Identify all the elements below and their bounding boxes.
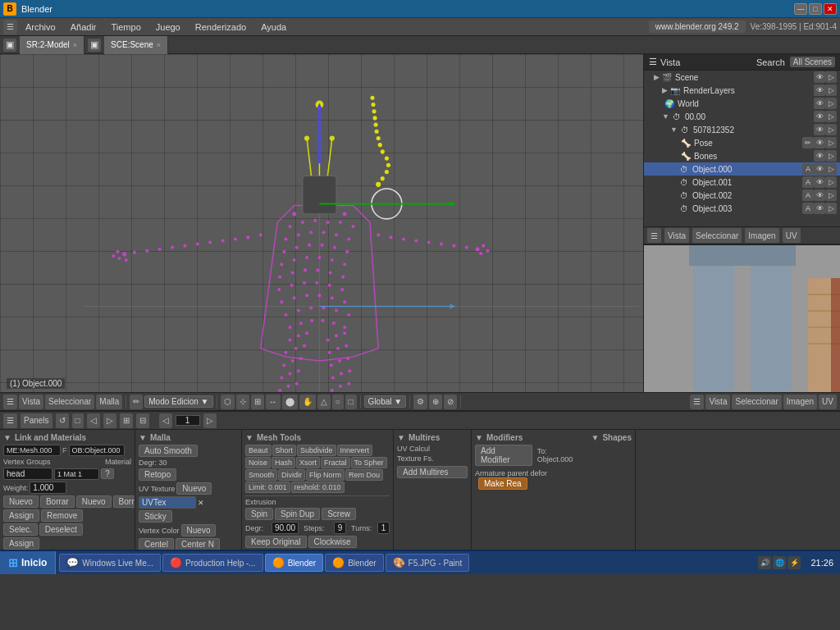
tool-btn-9[interactable]: □ <box>345 395 357 409</box>
spin-dup-btn[interactable]: Spin Dup <box>275 508 320 520</box>
menu-icon-btn[interactable]: ☰ <box>3 20 17 34</box>
panel-nav-btn5[interactable]: ⊞ <box>120 413 133 428</box>
taskbar-item-0[interactable]: 💬 Windows Live Me... <box>59 554 161 572</box>
tab-close2[interactable]: × <box>157 41 161 49</box>
panel-nav-btn[interactable]: ↺ <box>56 413 69 428</box>
tree-item-world[interactable]: 🌍 World 👁 ▷ <box>644 97 840 110</box>
edit-mode-dropdown[interactable]: Modo Edicion ▼ <box>144 395 212 408</box>
weight-field[interactable]: 1.000 <box>30 482 66 494</box>
tree-item-renderlayers[interactable]: ▶ 📷 RenderLayers 👁 ▷ <box>644 84 840 97</box>
make-real-btn[interactable]: Make Rea <box>478 477 527 490</box>
panel-nav-btn4[interactable]: ▷ <box>103 413 116 428</box>
frame-prev[interactable]: ◁ <box>159 413 172 428</box>
render-btn[interactable]: ☰ <box>690 395 704 409</box>
minimize-button[interactable]: — <box>794 3 807 15</box>
borrar-btn2[interactable]: Borrar <box>113 495 135 508</box>
f-field[interactable]: OB:Object.000 <box>69 445 125 456</box>
tree-item-scene[interactable]: ▶ 🎬 Scene 👁 ▷ <box>644 71 840 84</box>
maximize-button[interactable]: □ <box>809 3 822 15</box>
innervert-tab[interactable]: Innervert <box>337 445 373 456</box>
frame-input[interactable] <box>176 415 200 426</box>
snap-btn[interactable]: ⚙ <box>413 395 427 409</box>
mat-help-btn[interactable]: ? <box>101 468 114 479</box>
turns-field[interactable]: 1 <box>377 522 390 534</box>
xsort-tab[interactable]: Xsort <box>296 457 320 468</box>
noise-tab[interactable]: Noise <box>245 457 271 468</box>
tool-btn-1[interactable]: ⬡ <box>221 395 235 409</box>
uv-label[interactable]: UV <box>783 228 801 243</box>
add-multires-btn[interactable]: Add Multires <box>397 466 468 478</box>
sticky-btn[interactable]: Sticky <box>139 510 172 523</box>
spin-btn[interactable]: Spin <box>245 508 273 520</box>
short-tab[interactable]: Short <box>272 445 297 456</box>
taskbar-item-4[interactable]: 🎨 F5.JPG - Paint <box>386 554 470 572</box>
tree-item-0000[interactable]: ▼ ⏱ 00.00 👁 ▷ <box>644 110 840 123</box>
close-button[interactable]: ✕ <box>824 3 837 15</box>
tab-scene[interactable]: SCE:Scene × <box>104 36 168 54</box>
beaut-tab[interactable]: Beaut <box>245 445 272 456</box>
tospher-tab[interactable]: To Spher <box>351 457 387 468</box>
nuevo-btn1[interactable]: Nuevo <box>3 495 39 508</box>
menu-anadir[interactable]: Añadir <box>64 21 103 34</box>
tab-close[interactable]: × <box>73 41 77 49</box>
uvtex-close[interactable]: ✕ <box>198 499 204 507</box>
uv-nuevo-btn[interactable]: Nuevo <box>176 482 212 495</box>
tab-model[interactable]: SR:2-Model × <box>20 36 84 54</box>
uvtex-field[interactable]: UVTex <box>139 496 196 509</box>
center-n-btn[interactable]: Center N <box>176 538 220 550</box>
panel-nav-btn6[interactable]: ⊟ <box>136 413 149 428</box>
remove-btn[interactable]: Remove <box>41 509 83 522</box>
vp-seleccionar[interactable]: Seleccionar <box>45 395 94 409</box>
dividir-tab[interactable]: Dividir <box>278 469 305 481</box>
tree-item-object003[interactable]: ⏱ Object.003 A 👁 ▷ <box>644 202 840 215</box>
smooth-tab[interactable]: Smooth <box>245 469 277 481</box>
tool-btn-2[interactable]: ⊹ <box>236 395 249 409</box>
taskbar-item-1[interactable]: 🔴 Production Help -... <box>162 554 263 572</box>
prop-edit-btn[interactable]: ⊕ <box>429 395 442 409</box>
vp-vista[interactable]: Vista <box>19 395 43 409</box>
assign-btn2[interactable]: Assign <box>3 537 39 550</box>
tree-item-bones[interactable]: 🦴 Bones 👁 ▷ <box>644 149 840 162</box>
clockwise-btn[interactable]: Clockwise <box>308 536 357 548</box>
tool-btn-8[interactable]: ○ <box>332 395 344 409</box>
centel-btn[interactable]: Centel <box>139 538 174 550</box>
retopo-btn[interactable]: Retopo <box>139 468 176 481</box>
vista-img-label[interactable]: Vista <box>664 228 689 243</box>
menu-juego[interactable]: Juego <box>149 21 187 34</box>
tool-btn-3[interactable]: ⊞ <box>251 395 264 409</box>
mat-field[interactable]: 1 Mat 1 <box>54 468 99 480</box>
tool-btn-6[interactable]: ✋ <box>299 395 316 409</box>
deselect-btn[interactable]: Deselect <box>39 523 83 536</box>
rem-dou-tab[interactable]: Rem Dou <box>345 469 383 481</box>
scope-dropdown[interactable]: All Scenes <box>790 57 835 67</box>
reshold-tab[interactable]: reshold: 0.010 <box>291 482 345 493</box>
tree-item-object000[interactable]: ⏱ Object.000 A 👁 ▷ <box>644 162 840 176</box>
tree-item-507812352[interactable]: ▼ ⏱ 507812352 👁 ▷ <box>644 123 840 136</box>
hash-tab[interactable]: Hash <box>272 457 295 468</box>
menu-tiempo[interactable]: Tiempo <box>104 21 147 34</box>
selec-btn[interactable]: Selec. <box>3 523 38 536</box>
seleccionar-img-label[interactable]: Seleccionar <box>692 228 742 243</box>
assign-btn[interactable]: Assign <box>3 509 39 522</box>
add-modifier-btn[interactable]: Add Modifier <box>475 445 532 466</box>
frame-next[interactable]: ▷ <box>203 413 217 428</box>
vp-seleccionar2[interactable]: Seleccionar <box>732 395 781 409</box>
tree-item-pose[interactable]: 🦴 Pose ✏ 👁 ▷ <box>644 136 840 149</box>
limit-tab[interactable]: Limit: 0.001 <box>245 482 290 493</box>
tree-item-object002[interactable]: ⏱ Object.002 A 👁 ▷ <box>644 189 840 202</box>
taskbar-item-2[interactable]: 🟠 Blender <box>265 554 323 572</box>
steps-field[interactable]: 9 <box>334 522 346 534</box>
vp-vista2[interactable]: Vista <box>705 395 730 409</box>
me-field[interactable]: ME:Mesh.000 <box>3 445 61 456</box>
tree-item-object001[interactable]: ⏱ Object.001 A 👁 ▷ <box>644 176 840 189</box>
taskbar-item-3[interactable]: 🟠 Blender <box>325 554 383 572</box>
tool-btn-4[interactable]: ↔ <box>266 395 281 409</box>
tool-btn-5[interactable]: ⬤ <box>282 395 298 409</box>
tool-btn-7[interactable]: △ <box>317 395 331 409</box>
vp-malla[interactable]: Malla <box>96 395 122 409</box>
degr-field[interactable]: 90.00 <box>272 522 299 534</box>
panel-nav-btn3[interactable]: ◁ <box>87 413 100 428</box>
subdivide-tab[interactable]: Subdivide <box>297 445 336 456</box>
nuevo-btn2[interactable]: Nuevo <box>76 495 112 508</box>
auto-smooth-btn[interactable]: Auto Smooth <box>139 445 198 457</box>
